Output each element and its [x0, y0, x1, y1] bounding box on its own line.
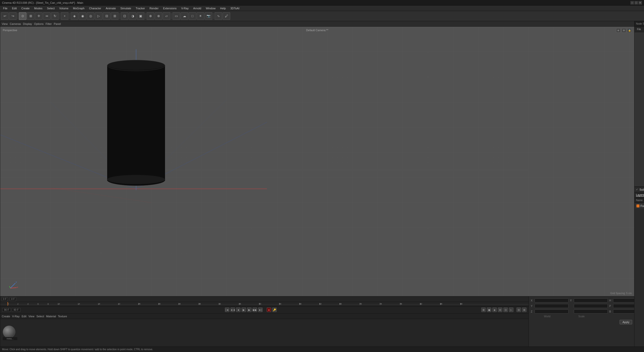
shading-button[interactable]: ◑: [129, 12, 136, 20]
scale-z-row: [570, 310, 608, 314]
minimize-button[interactable]: ─: [630, 1, 634, 5]
menu-extensions[interactable]: Extensions: [161, 6, 179, 10]
menu-render[interactable]: Render: [147, 6, 160, 10]
spline-tool-button[interactable]: ∿: [215, 12, 222, 20]
go-to-start-button[interactable]: |◄: [225, 307, 229, 312]
redo-button[interactable]: ↪: [9, 12, 17, 20]
close-button[interactable]: ✕: [638, 1, 642, 5]
can-body: [107, 66, 165, 180]
objects-button[interactable]: ◈: [71, 12, 78, 20]
menu-arnold[interactable]: Arnold: [191, 6, 203, 10]
tab-material[interactable]: Material: [46, 315, 56, 318]
tab-file[interactable]: File: [636, 28, 642, 31]
play-button[interactable]: ▶: [242, 307, 246, 312]
sculpt-button[interactable]: 🖊: [223, 12, 230, 20]
render-button[interactable]: ▷: [95, 12, 102, 20]
menu-help[interactable]: Help: [218, 6, 228, 10]
viewport-menu-options[interactable]: Options: [34, 22, 44, 25]
menu-mograph[interactable]: MoGraph: [71, 6, 87, 10]
auto-key-button[interactable]: 🔑: [272, 307, 277, 312]
sky-button[interactable]: ☁: [181, 12, 188, 20]
menu-modes[interactable]: Modes: [32, 6, 45, 10]
playback-mode-4[interactable]: ⊟: [498, 307, 502, 312]
undo-button[interactable]: ↩: [1, 12, 9, 20]
menu-window[interactable]: Window: [204, 6, 218, 10]
render-view-button[interactable]: ⊞: [111, 12, 118, 20]
menu-tracker[interactable]: Tracker: [134, 6, 147, 10]
menu-create[interactable]: Create: [19, 6, 32, 10]
snap-button[interactable]: ⊕: [147, 12, 154, 20]
scene-button[interactable]: ◎: [87, 12, 94, 20]
tab-edit-mat[interactable]: Edit: [22, 315, 26, 318]
pos-x-input[interactable]: [535, 298, 569, 302]
rotate-tool-button[interactable]: ↻: [51, 12, 59, 20]
prev-frame-button[interactable]: ◄: [236, 307, 240, 312]
next-keyframe-button[interactable]: ▶▶: [253, 307, 257, 312]
viewport-maximize-button[interactable]: ⊕: [616, 28, 621, 33]
wireframe-button[interactable]: ⊡: [121, 12, 128, 20]
playback-mode-3[interactable]: ◈: [492, 307, 497, 312]
tab-create[interactable]: Create: [2, 315, 10, 318]
background-button[interactable]: □: [189, 12, 196, 20]
pos-z-input[interactable]: [535, 304, 569, 308]
menu-character[interactable]: Character: [87, 6, 103, 10]
title-bar-controls[interactable]: ─ □ ✕: [630, 1, 642, 5]
node-editor-canvas: [634, 32, 644, 187]
material-ball-wrapper[interactable]: meta...: [3, 326, 17, 340]
live-select-button[interactable]: ⊙: [19, 12, 26, 20]
prev-keyframe-button[interactable]: ◄◄: [230, 307, 235, 312]
move-tool-button[interactable]: ✛: [35, 12, 43, 20]
tab-select-mat[interactable]: Select: [36, 315, 44, 318]
record-button[interactable]: ●: [267, 307, 271, 312]
playback-mode-2[interactable]: ▣: [487, 307, 491, 312]
menu-animate[interactable]: Animate: [104, 6, 118, 10]
playback-mode-8[interactable]: ⊞: [522, 307, 527, 312]
layer-item-food-can[interactable]: Food_Can ◉ □ ◧ ▷ ⊡ ◈ ⊕ ⊗ ✕: [635, 203, 644, 208]
light-button[interactable]: ☀: [197, 12, 204, 20]
menu-simulate[interactable]: Simulate: [118, 6, 133, 10]
menu-3dtoai[interactable]: 3DToAI: [228, 6, 242, 10]
next-frame-button[interactable]: ▶: [247, 307, 252, 312]
viewport-lock-button[interactable]: 🔒: [627, 28, 632, 33]
viewport-menu-panel[interactable]: Panel: [54, 22, 61, 25]
tab-view-mat[interactable]: View: [28, 315, 34, 318]
texture-button[interactable]: ▣: [137, 12, 144, 20]
floor-button[interactable]: ▭: [173, 12, 180, 20]
viewport-menu-cameras[interactable]: Cameras: [10, 22, 21, 25]
layers-tab-layers[interactable]: Layers: [636, 193, 644, 197]
snap-settings-button[interactable]: ⊗: [155, 12, 162, 20]
viewport-menu-display[interactable]: Display: [23, 22, 32, 25]
apply-button[interactable]: Apply: [620, 320, 632, 324]
viewport-menu-filter[interactable]: Filter: [46, 22, 52, 25]
pos-y-input[interactable]: [574, 298, 608, 302]
viewport-canvas[interactable]: Perspective Default Camera:** ⊕ ⚙ 🔒 Y X …: [0, 27, 634, 296]
new-layer-button[interactable]: +: [61, 12, 68, 20]
scale-z-input[interactable]: [574, 310, 608, 314]
viewport-settings-button[interactable]: ⚙: [622, 28, 626, 33]
playback-mode-5[interactable]: ⊡: [503, 307, 508, 312]
scale-tool-button[interactable]: ⇔: [43, 12, 51, 20]
go-to-end-button[interactable]: ►|: [258, 307, 263, 312]
menu-vray[interactable]: V-Ray: [179, 6, 191, 10]
scale-x-input[interactable]: [574, 304, 608, 308]
ruler-14: 14: [78, 303, 80, 305]
tab-vray[interactable]: V-Ray: [12, 315, 20, 318]
menu-file[interactable]: File: [1, 6, 10, 10]
menu-volume[interactable]: Volume: [57, 6, 70, 10]
maximize-button[interactable]: □: [634, 1, 638, 5]
camera-button[interactable]: 📷: [205, 12, 212, 20]
playback-mode-1[interactable]: ⊞: [481, 307, 486, 312]
playback-mode-6[interactable]: ▷: [509, 307, 513, 312]
workplane-button[interactable]: ▱: [163, 12, 170, 20]
menu-select[interactable]: Select: [45, 6, 57, 10]
ruler-78: 78: [400, 303, 402, 305]
start-frame-counter: 0 F: [2, 297, 8, 301]
z-coord-input[interactable]: [535, 310, 569, 314]
render-region-button[interactable]: ⊟: [103, 12, 110, 20]
menu-edit[interactable]: Edit: [10, 6, 19, 10]
material-button[interactable]: ◉: [79, 12, 86, 20]
selection-filter-button[interactable]: ⊞: [27, 12, 34, 20]
viewport-menu-view[interactable]: View: [2, 22, 8, 25]
tab-texture[interactable]: Texture: [58, 315, 67, 318]
playback-mode-7[interactable]: ⊟: [516, 307, 521, 312]
